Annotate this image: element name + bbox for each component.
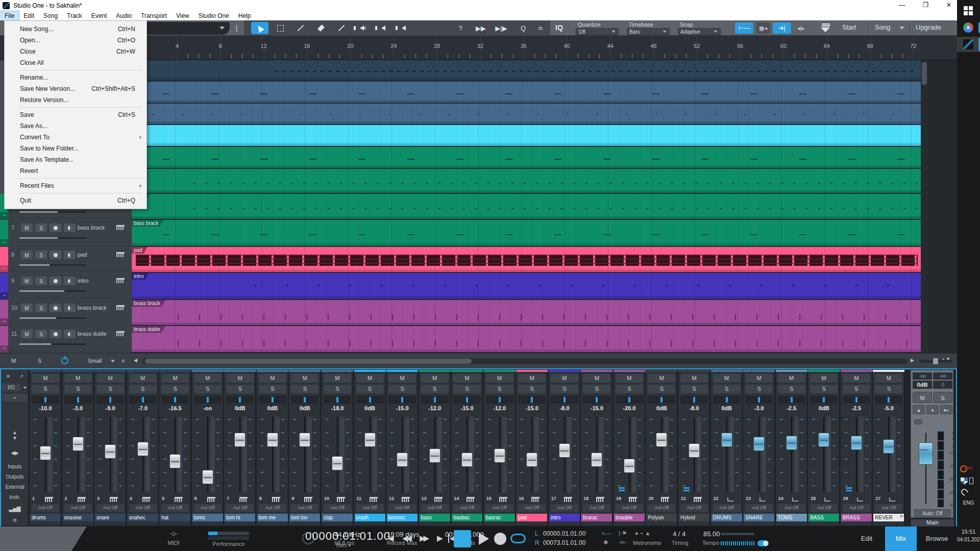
channel-name-label[interactable]: intro (549, 514, 580, 521)
global-solo-button[interactable]: S (38, 358, 41, 364)
zoom-slider[interactable] (920, 360, 952, 363)
channel-solo-button[interactable]: S (161, 385, 189, 393)
channel-mute-button[interactable]: M (356, 374, 384, 383)
clip-lane[interactable] (132, 104, 921, 124)
channel-volume-value[interactable]: 0dB (257, 405, 288, 411)
track-mute-button[interactable]: M (20, 303, 33, 313)
channel-pan-slider[interactable] (259, 396, 286, 404)
fader-knob[interactable] (202, 470, 213, 484)
automation-wave-icon[interactable]: ~ (0, 212, 8, 219)
file-menu-item-restore-version[interactable]: Restore Version... (5, 94, 146, 106)
channel-automation-button[interactable]: Aut Off (194, 504, 222, 512)
file-menu-item-revert[interactable]: Revert (5, 165, 146, 177)
channel-pan-slider[interactable] (226, 396, 254, 404)
channel-automation-button[interactable]: Aut Off (778, 504, 805, 512)
channel-solo-button[interactable]: S (453, 385, 481, 393)
fader-knob[interactable] (494, 448, 505, 463)
track-volume-slider[interactable] (19, 343, 86, 345)
horizontal-scrollbar[interactable] (142, 358, 908, 364)
channel-pan-slider[interactable] (421, 396, 449, 404)
channel-automation-button[interactable]: Aut Off (161, 504, 189, 512)
channel-pan-slider[interactable] (486, 396, 513, 404)
channel-mute-button[interactable]: M (324, 374, 351, 383)
track-volume-slider[interactable] (19, 290, 86, 292)
channel-automation-button[interactable]: Aut Off (324, 504, 351, 512)
channel-pan-slider[interactable] (875, 396, 902, 404)
bend-tool[interactable] (375, 22, 392, 34)
punch-icon[interactable]: ·⊨· (619, 539, 627, 546)
insert-slot[interactable] (914, 419, 922, 424)
channel-fader[interactable] (354, 415, 386, 494)
fader-knob[interactable] (429, 448, 440, 463)
channel-name-label[interactable]: brarac (581, 514, 612, 521)
channel-solo-button[interactable]: S (810, 385, 838, 393)
fader-knob[interactable] (169, 454, 181, 468)
channel-mute-button[interactable]: M (551, 374, 578, 383)
clip-lane[interactable] (132, 82, 921, 103)
macro-tool-2[interactable]: ▶|▶ (493, 22, 510, 34)
channel-volume-value[interactable]: -9.0 (94, 405, 126, 411)
mono-icon[interactable]: ♦ (926, 405, 939, 414)
channel-solo-button[interactable]: S (64, 385, 92, 393)
metronome-icons[interactable]: ● ⌁ ▲ (635, 530, 650, 537)
tray-dsp-icon[interactable]: DSP (963, 466, 975, 470)
track-record-button[interactable] (49, 223, 62, 233)
clip-lane[interactable]: intro (132, 273, 921, 299)
channel-name-label[interactable]: brauble (614, 514, 645, 521)
channel-volume-value[interactable]: 0dB (646, 405, 677, 411)
channel-name-label[interactable]: SNARE (744, 514, 774, 521)
track-solo-button[interactable]: S (35, 329, 47, 339)
track-solo-button[interactable]: S (35, 223, 47, 233)
fader-knob[interactable] (332, 456, 343, 470)
channel-volume-value[interactable]: 0dB (289, 405, 321, 411)
expand-horizontal-icon[interactable]: ◀▶ (1, 450, 29, 456)
channel-pan-slider[interactable] (518, 396, 546, 404)
channel-solo-button[interactable]: S (745, 385, 773, 393)
channel-mute-button[interactable]: M (226, 374, 254, 383)
file-menu-item-open[interactable]: Open...Ctrl+O (5, 35, 146, 46)
chrome-icon[interactable] (963, 22, 973, 33)
channel-volume-value[interactable]: -3.0 (62, 405, 94, 411)
channel-fader[interactable] (776, 415, 807, 494)
listen-tool[interactable] (395, 22, 412, 34)
channel-automation-button[interactable]: Aut Off (875, 504, 902, 512)
master-volume-value[interactable]: 0dB (913, 381, 932, 389)
channel-fader[interactable] (549, 415, 580, 494)
download-icon[interactable] (821, 23, 831, 33)
channel-fader[interactable] (224, 415, 256, 494)
channel-solo-button[interactable]: S (356, 385, 384, 393)
fade-curve-icon[interactable]: ∿— (601, 530, 611, 537)
channel-pan-slider[interactable] (64, 396, 92, 404)
channel-fader[interactable] (94, 415, 126, 494)
automation-wave-icon[interactable]: ~ (0, 318, 8, 325)
gear-icon[interactable]: ✱ (603, 539, 608, 546)
menubar-item-help[interactable]: Help (234, 11, 256, 20)
channel-solo-button[interactable]: S (713, 385, 741, 393)
file-menu-item-save-as-template[interactable]: Save As Template... (5, 154, 146, 165)
paint-tool[interactable] (333, 22, 350, 34)
channel-solo-button[interactable]: S (583, 385, 610, 393)
channel-volume-value[interactable]: -2.5 (776, 405, 807, 411)
channel-pan-slider[interactable] (388, 396, 416, 404)
channel-name-label[interactable]: BRASS (841, 514, 872, 521)
track-mute-button[interactable]: M (20, 250, 33, 260)
upgrade-button[interactable]: Upgrade (916, 23, 941, 31)
track-volume-slider[interactable] (19, 317, 86, 319)
sidebar-item-outputs[interactable]: Outputs (1, 474, 29, 480)
menubar-item-audio[interactable]: Audio (111, 11, 136, 20)
channel-mute-button[interactable]: M (161, 374, 189, 383)
tray-usb-icon[interactable] (969, 478, 973, 484)
channel-pan-slider[interactable] (745, 396, 773, 404)
channel-fader[interactable] (873, 415, 904, 494)
channel-mute-button[interactable]: M (518, 374, 546, 383)
channel-fader[interactable] (581, 415, 612, 494)
channel-mute-button[interactable]: M (680, 374, 708, 383)
track-solo-button[interactable]: S (35, 276, 47, 286)
channel-fader[interactable] (614, 415, 645, 494)
forward-button[interactable]: ▶▶ (420, 534, 427, 543)
channel-fader[interactable] (678, 415, 710, 494)
track-mute-button[interactable]: M (20, 276, 33, 286)
snap-select[interactable]: Adaptive (678, 28, 721, 35)
track-record-button[interactable] (49, 276, 62, 286)
master-solo-button[interactable]: S (933, 392, 952, 403)
